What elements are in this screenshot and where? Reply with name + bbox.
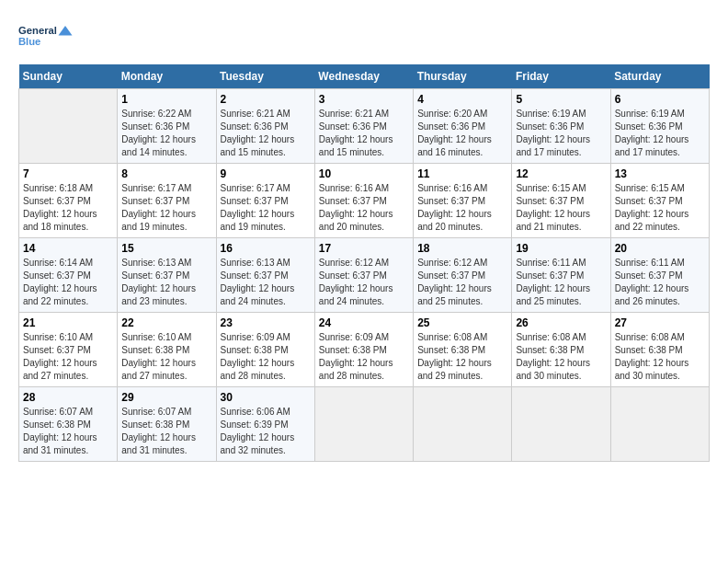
day-info: Sunrise: 6:10 AM Sunset: 6:37 PM Dayligh… — [23, 331, 113, 383]
day-info: Sunrise: 6:08 AM Sunset: 6:38 PM Dayligh… — [615, 331, 705, 383]
day-info: Sunrise: 6:15 AM Sunset: 6:37 PM Dayligh… — [516, 182, 606, 234]
day-cell: 7Sunrise: 6:18 AM Sunset: 6:37 PM Daylig… — [19, 164, 118, 238]
day-cell: 8Sunrise: 6:17 AM Sunset: 6:37 PM Daylig… — [118, 164, 216, 238]
calendar-header-row: SundayMondayTuesdayWednesdayThursdayFrid… — [19, 64, 710, 89]
week-row-3: 14Sunrise: 6:14 AM Sunset: 6:37 PM Dayli… — [19, 238, 710, 313]
day-number: 5 — [516, 93, 606, 106]
page-header: General Blue — [18, 18, 710, 55]
day-number: 17 — [319, 242, 409, 255]
col-header-sunday: Sunday — [19, 64, 118, 89]
week-row-5: 28Sunrise: 6:07 AM Sunset: 6:38 PM Dayli… — [19, 387, 710, 462]
day-number: 16 — [221, 242, 311, 255]
day-info: Sunrise: 6:22 AM Sunset: 6:36 PM Dayligh… — [121, 108, 211, 159]
day-number: 4 — [417, 93, 507, 106]
day-cell: 9Sunrise: 6:17 AM Sunset: 6:37 PM Daylig… — [216, 164, 314, 238]
day-number: 30 — [221, 391, 311, 404]
day-info: Sunrise: 6:09 AM Sunset: 6:38 PM Dayligh… — [319, 331, 409, 383]
day-info: Sunrise: 6:21 AM Sunset: 6:36 PM Dayligh… — [221, 108, 311, 159]
day-number: 28 — [23, 391, 113, 404]
day-info: Sunrise: 6:15 AM Sunset: 6:37 PM Dayligh… — [615, 182, 705, 234]
col-header-monday: Monday — [118, 64, 216, 89]
day-cell: 18Sunrise: 6:12 AM Sunset: 6:37 PM Dayli… — [414, 238, 512, 313]
col-header-tuesday: Tuesday — [216, 64, 314, 89]
day-cell — [19, 89, 118, 164]
day-cell — [512, 387, 610, 462]
day-number: 26 — [516, 316, 606, 329]
day-number: 12 — [516, 167, 606, 180]
col-header-friday: Friday — [512, 64, 610, 89]
day-info: Sunrise: 6:06 AM Sunset: 6:39 PM Dayligh… — [221, 406, 311, 457]
day-number: 15 — [121, 242, 211, 255]
day-cell — [414, 387, 512, 462]
logo-svg: General Blue — [18, 18, 74, 55]
day-cell: 5Sunrise: 6:19 AM Sunset: 6:36 PM Daylig… — [512, 89, 610, 164]
svg-text:Blue: Blue — [18, 36, 40, 47]
day-cell: 17Sunrise: 6:12 AM Sunset: 6:37 PM Dayli… — [314, 238, 413, 313]
day-number: 23 — [221, 316, 311, 329]
col-header-wednesday: Wednesday — [314, 64, 413, 89]
day-info: Sunrise: 6:12 AM Sunset: 6:37 PM Dayligh… — [417, 257, 507, 308]
day-number: 10 — [319, 167, 409, 180]
day-number: 25 — [417, 316, 507, 329]
day-cell: 13Sunrise: 6:15 AM Sunset: 6:37 PM Dayli… — [610, 164, 709, 238]
day-cell: 30Sunrise: 6:06 AM Sunset: 6:39 PM Dayli… — [216, 387, 314, 462]
calendar-table: SundayMondayTuesdayWednesdayThursdayFrid… — [18, 64, 710, 462]
day-cell: 4Sunrise: 6:20 AM Sunset: 6:36 PM Daylig… — [414, 89, 512, 164]
day-info: Sunrise: 6:07 AM Sunset: 6:38 PM Dayligh… — [23, 406, 113, 457]
day-cell: 28Sunrise: 6:07 AM Sunset: 6:38 PM Dayli… — [19, 387, 118, 462]
day-number: 24 — [319, 316, 409, 329]
day-info: Sunrise: 6:21 AM Sunset: 6:36 PM Dayligh… — [319, 108, 409, 159]
day-number: 1 — [121, 93, 211, 106]
day-number: 7 — [23, 167, 113, 180]
col-header-thursday: Thursday — [414, 64, 512, 89]
day-number: 6 — [615, 93, 705, 106]
day-number: 20 — [615, 242, 705, 255]
day-cell: 25Sunrise: 6:08 AM Sunset: 6:38 PM Dayli… — [414, 313, 512, 387]
day-cell: 14Sunrise: 6:14 AM Sunset: 6:37 PM Dayli… — [19, 238, 118, 313]
day-cell: 3Sunrise: 6:21 AM Sunset: 6:36 PM Daylig… — [314, 89, 413, 164]
svg-text:General: General — [18, 25, 57, 36]
day-number: 3 — [319, 93, 409, 106]
day-cell — [314, 387, 413, 462]
logo: General Blue — [18, 18, 74, 55]
day-cell: 21Sunrise: 6:10 AM Sunset: 6:37 PM Dayli… — [19, 313, 118, 387]
day-number: 19 — [516, 242, 606, 255]
day-number: 29 — [121, 391, 211, 404]
week-row-2: 7Sunrise: 6:18 AM Sunset: 6:37 PM Daylig… — [19, 164, 710, 238]
day-cell: 16Sunrise: 6:13 AM Sunset: 6:37 PM Dayli… — [216, 238, 314, 313]
day-cell — [610, 387, 709, 462]
day-number: 13 — [615, 167, 705, 180]
day-info: Sunrise: 6:20 AM Sunset: 6:36 PM Dayligh… — [417, 108, 507, 159]
day-info: Sunrise: 6:14 AM Sunset: 6:37 PM Dayligh… — [23, 257, 113, 308]
day-info: Sunrise: 6:18 AM Sunset: 6:37 PM Dayligh… — [23, 182, 113, 234]
day-cell: 12Sunrise: 6:15 AM Sunset: 6:37 PM Dayli… — [512, 164, 610, 238]
day-info: Sunrise: 6:12 AM Sunset: 6:37 PM Dayligh… — [319, 257, 409, 308]
day-number: 8 — [121, 167, 211, 180]
day-info: Sunrise: 6:09 AM Sunset: 6:38 PM Dayligh… — [221, 331, 311, 383]
week-row-4: 21Sunrise: 6:10 AM Sunset: 6:37 PM Dayli… — [19, 313, 710, 387]
day-info: Sunrise: 6:11 AM Sunset: 6:37 PM Dayligh… — [615, 257, 705, 308]
day-info: Sunrise: 6:11 AM Sunset: 6:37 PM Dayligh… — [516, 257, 606, 308]
day-cell: 2Sunrise: 6:21 AM Sunset: 6:36 PM Daylig… — [216, 89, 314, 164]
day-cell: 10Sunrise: 6:16 AM Sunset: 6:37 PM Dayli… — [314, 164, 413, 238]
day-number: 9 — [221, 167, 311, 180]
day-number: 18 — [417, 242, 507, 255]
day-info: Sunrise: 6:16 AM Sunset: 6:37 PM Dayligh… — [417, 182, 507, 234]
day-info: Sunrise: 6:17 AM Sunset: 6:37 PM Dayligh… — [121, 182, 211, 234]
day-cell: 23Sunrise: 6:09 AM Sunset: 6:38 PM Dayli… — [216, 313, 314, 387]
day-cell: 19Sunrise: 6:11 AM Sunset: 6:37 PM Dayli… — [512, 238, 610, 313]
day-info: Sunrise: 6:07 AM Sunset: 6:38 PM Dayligh… — [121, 406, 211, 457]
day-info: Sunrise: 6:13 AM Sunset: 6:37 PM Dayligh… — [221, 257, 311, 308]
day-number: 27 — [615, 316, 705, 329]
svg-marker-2 — [59, 26, 73, 36]
day-info: Sunrise: 6:16 AM Sunset: 6:37 PM Dayligh… — [319, 182, 409, 234]
day-cell: 6Sunrise: 6:19 AM Sunset: 6:36 PM Daylig… — [610, 89, 709, 164]
day-cell: 29Sunrise: 6:07 AM Sunset: 6:38 PM Dayli… — [118, 387, 216, 462]
day-cell: 24Sunrise: 6:09 AM Sunset: 6:38 PM Dayli… — [314, 313, 413, 387]
day-info: Sunrise: 6:19 AM Sunset: 6:36 PM Dayligh… — [615, 108, 705, 159]
day-info: Sunrise: 6:08 AM Sunset: 6:38 PM Dayligh… — [516, 331, 606, 383]
day-info: Sunrise: 6:13 AM Sunset: 6:37 PM Dayligh… — [121, 257, 211, 308]
day-info: Sunrise: 6:17 AM Sunset: 6:37 PM Dayligh… — [221, 182, 311, 234]
day-number: 14 — [23, 242, 113, 255]
day-info: Sunrise: 6:08 AM Sunset: 6:38 PM Dayligh… — [417, 331, 507, 383]
